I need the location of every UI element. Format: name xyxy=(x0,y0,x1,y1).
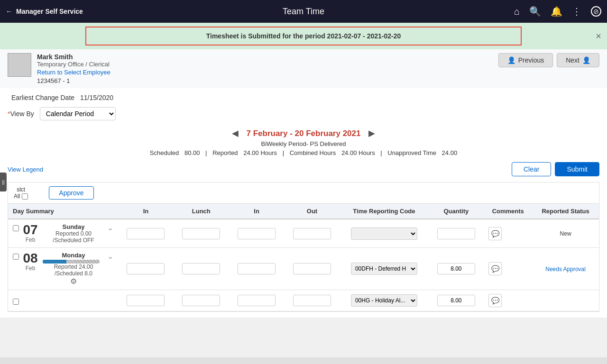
table-row: 00HG - Holiday Al... 💬 xyxy=(8,290,599,311)
trc-select-07[interactable] xyxy=(351,228,417,240)
circle-icon[interactable]: ⊘ xyxy=(591,6,601,17)
all-label: All xyxy=(14,193,20,200)
row-checkbox-partial[interactable] xyxy=(13,299,19,305)
qty-cell-08 xyxy=(428,248,484,290)
col-in1: In xyxy=(118,204,174,219)
period-sub: BiWeekly Period- PS Delivered xyxy=(8,140,599,147)
trc-cell-07 xyxy=(340,219,428,248)
return-to-select-employee-link[interactable]: Return to Select Employee xyxy=(37,69,110,76)
employee-details: Mark Smith Temporary Office / Clerical R… xyxy=(37,53,110,84)
trc-cell-08: 00DFH - Deferred H xyxy=(340,248,428,290)
back-nav[interactable]: ← Manager Self Service xyxy=(6,8,83,15)
home-icon[interactable]: ⌂ xyxy=(514,6,520,17)
row-checkbox-08[interactable] xyxy=(13,254,19,260)
back-label: Manager Self Service xyxy=(16,8,83,15)
search-icon[interactable]: 🔍 xyxy=(529,6,541,17)
status-cell-08: Needs Approval xyxy=(532,248,599,290)
in2-input-08[interactable] xyxy=(238,263,276,274)
view-by-required-marker: * xyxy=(8,110,10,118)
status-cell-07: New xyxy=(532,219,599,248)
trc-select-08[interactable]: 00DFH - Deferred H xyxy=(351,263,417,275)
comment-cell-partial: 💬 xyxy=(484,290,532,311)
in1-input-07[interactable] xyxy=(127,228,165,239)
employee-id: 1234567 - 1 xyxy=(37,77,110,84)
bell-icon[interactable]: 🔔 xyxy=(551,6,562,17)
approve-button[interactable]: Approve xyxy=(49,186,93,200)
main-content: Earliest Change Date 11/15/2020 *View By… xyxy=(0,88,607,318)
status-badge-07: New xyxy=(560,230,571,237)
scheduled-label: Scheduled xyxy=(150,149,179,156)
clear-button[interactable]: Clear xyxy=(512,162,551,176)
out-input-08[interactable] xyxy=(293,263,331,274)
in1-input-partial[interactable] xyxy=(127,295,165,306)
day-number-08: 08 xyxy=(22,252,39,265)
unapproved-label: Unapproved Time xyxy=(387,149,436,156)
period-stats: Scheduled 80.00 | Reported 24.00 Hours |… xyxy=(8,149,599,156)
earliest-change-value: 11/15/2020 xyxy=(80,94,113,101)
comment-button-07[interactable]: 💬 xyxy=(488,227,502,240)
submit-button[interactable]: Submit xyxy=(555,162,599,176)
header-icons: ⌂ 🔍 🔔 ⋮ ⊘ xyxy=(514,6,601,17)
table-row: 08 Feb Monday Reported 24.00 /Sc xyxy=(8,248,599,290)
comment-button-partial[interactable]: 💬 xyxy=(488,294,502,307)
trc-cell-partial: 00HG - Holiday Al... xyxy=(340,290,428,311)
back-arrow-icon: ← xyxy=(6,8,12,15)
day-number-07: 07 xyxy=(22,223,39,237)
next-button[interactable]: Next 👤 xyxy=(557,53,599,67)
lunch-cell-07 xyxy=(174,219,229,248)
in2-input-07[interactable] xyxy=(238,228,276,239)
employee-area: Mark Smith Temporary Office / Clerical R… xyxy=(0,49,607,88)
period-prev-arrow[interactable]: ◀ xyxy=(226,128,244,138)
timesheet-table: Day Summary In Lunch In Out Time Reporti… xyxy=(8,204,599,311)
col-comments: Comments xyxy=(484,204,532,219)
day-name-08: Monday xyxy=(43,252,104,259)
previous-button[interactable]: 👤 Previous xyxy=(498,53,553,67)
col-lunch: Lunch xyxy=(174,204,229,219)
col-quantity: Quantity xyxy=(428,204,484,219)
col-day-summary: Day Summary xyxy=(8,204,118,219)
row-checkbox-07[interactable] xyxy=(13,225,19,231)
avatar xyxy=(8,53,31,77)
in2-input-partial[interactable] xyxy=(238,295,276,306)
day-month-07: Feb xyxy=(22,237,39,243)
day-summary-cell: 07 Feb Sunday Reported 0.00 /Scheduled O… xyxy=(8,219,118,248)
in2-cell-08 xyxy=(229,248,285,290)
dots-icon[interactable]: ⋮ xyxy=(572,6,581,17)
comment-button-08[interactable]: 💬 xyxy=(488,262,502,275)
action-buttons: Clear Submit xyxy=(512,162,599,176)
view-legend-link[interactable]: View Legend xyxy=(8,166,43,173)
expand-icon-07[interactable]: ⌄ xyxy=(107,223,113,232)
earliest-change-label: Earliest Change Date xyxy=(11,94,74,101)
lunch-cell-08 xyxy=(174,248,229,290)
view-by-select[interactable]: Calendar Period Weekly Daily xyxy=(40,107,116,120)
reported-value: 24.00 Hours xyxy=(243,149,277,156)
sidebar-toggle[interactable]: || xyxy=(0,173,7,191)
notification-bar: Timesheet is Submitted for the period 20… xyxy=(85,27,522,46)
in1-input-08[interactable] xyxy=(127,263,165,274)
period-next-arrow[interactable]: ▶ xyxy=(363,128,381,138)
lunch-input-07[interactable] xyxy=(182,228,220,239)
trc-select-partial[interactable]: 00HG - Holiday Al... xyxy=(351,294,417,307)
col-trc: Time Reporting Code xyxy=(340,204,428,219)
select-all-checkbox[interactable] xyxy=(22,193,28,200)
qty-input-07[interactable] xyxy=(437,228,475,239)
out-input-07[interactable] xyxy=(293,228,331,239)
view-by-label: *View By xyxy=(8,110,34,118)
notification-wrapper: Timesheet is Submitted for the period 20… xyxy=(0,23,607,49)
lunch-input-partial[interactable] xyxy=(182,295,220,306)
gear-icon-08[interactable]: ⚙ xyxy=(43,277,104,286)
out-cell-partial xyxy=(285,290,340,311)
qty-input-partial[interactable] xyxy=(437,295,475,306)
qty-input-08[interactable] xyxy=(437,263,475,274)
expand-icon-08[interactable]: ⌄ xyxy=(107,252,113,261)
qty-cell-07 xyxy=(428,219,484,248)
in1-cell-08 xyxy=(118,248,174,290)
col-out: Out xyxy=(285,204,340,219)
close-notification-button[interactable]: × xyxy=(596,31,601,42)
combined-value: 24.00 Hours xyxy=(341,149,375,156)
lunch-input-08[interactable] xyxy=(182,263,220,274)
out-input-partial[interactable] xyxy=(293,295,331,306)
bottom-scrollbar[interactable] xyxy=(0,357,607,364)
lunch-cell-partial xyxy=(174,290,229,311)
comment-cell-08: 💬 xyxy=(484,248,532,290)
